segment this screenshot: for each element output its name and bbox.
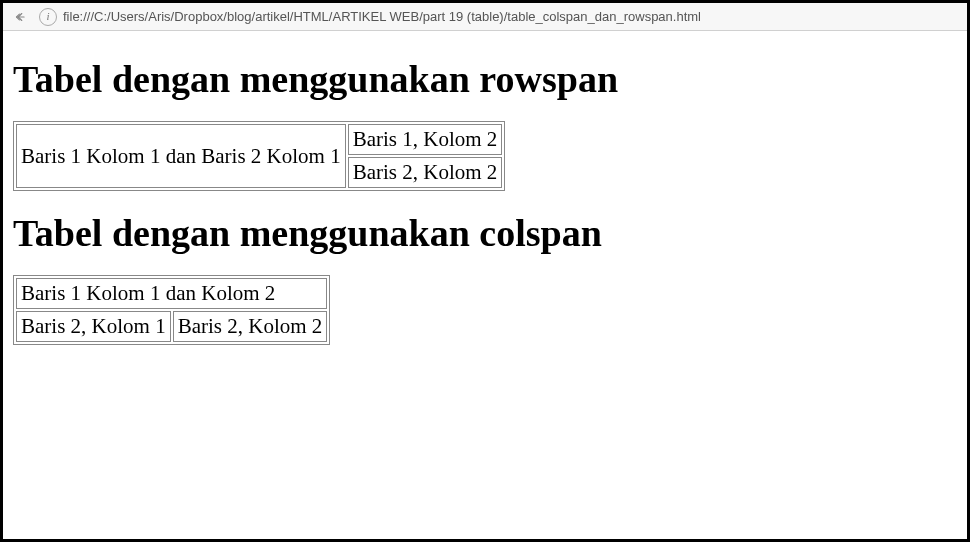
cell-r2c2: Baris 2, Kolom 2 xyxy=(173,311,328,342)
cell-r2c2: Baris 2, Kolom 2 xyxy=(348,157,503,188)
table-row: Baris 2, Kolom 1 Baris 2, Kolom 2 xyxy=(16,311,327,342)
page-body: Tabel dengan menggunakan rowspan Baris 1… xyxy=(3,31,967,351)
browser-toolbar: i file:///C:/Users/Aris/Dropbox/blog/art… xyxy=(3,3,967,31)
cell-r2c1: Baris 2, Kolom 1 xyxy=(16,311,171,342)
heading-colspan: Tabel dengan menggunakan colspan xyxy=(13,211,957,255)
table-row: Baris 1 Kolom 1 dan Baris 2 Kolom 1 Bari… xyxy=(16,124,502,155)
table-row: Baris 1 Kolom 1 dan Kolom 2 xyxy=(16,278,327,309)
site-info-button[interactable]: i xyxy=(39,8,57,26)
cell-colspan-merged: Baris 1 Kolom 1 dan Kolom 2 xyxy=(16,278,327,309)
colspan-table: Baris 1 Kolom 1 dan Kolom 2 Baris 2, Kol… xyxy=(13,275,330,345)
cell-r1c2: Baris 1, Kolom 2 xyxy=(348,124,503,155)
cell-rowspan-merged: Baris 1 Kolom 1 dan Baris 2 Kolom 1 xyxy=(16,124,346,188)
heading-rowspan: Tabel dengan menggunakan rowspan xyxy=(13,57,957,101)
arrow-left-icon xyxy=(13,10,27,24)
address-bar[interactable]: file:///C:/Users/Aris/Dropbox/blog/artik… xyxy=(63,9,961,24)
back-button[interactable] xyxy=(9,6,31,28)
info-icon: i xyxy=(46,11,49,22)
rowspan-table: Baris 1 Kolom 1 dan Baris 2 Kolom 1 Bari… xyxy=(13,121,505,191)
